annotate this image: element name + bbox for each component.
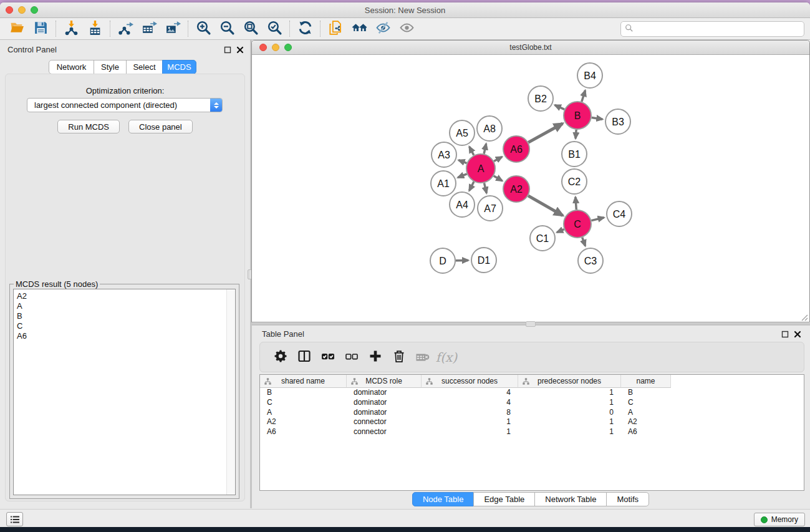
cell-MCDS-role[interactable]: connector — [347, 417, 422, 427]
cell-MCDS-role[interactable]: connector — [347, 427, 422, 437]
tab-edge-table[interactable]: Edge Table — [473, 492, 535, 506]
add-column-button[interactable] — [364, 347, 387, 368]
edge-C-C2[interactable] — [576, 197, 576, 210]
network-minimize-button[interactable] — [272, 44, 279, 51]
tab-network-table[interactable]: Network Table — [534, 492, 607, 506]
node-A1[interactable]: A1 — [431, 171, 456, 196]
cell-name[interactable]: A — [621, 408, 671, 418]
resize-corner-icon[interactable] — [801, 314, 808, 321]
edge-A-A6[interactable] — [494, 157, 502, 161]
table-row[interactable]: A6connector11A6 — [260, 427, 804, 437]
home-button[interactable] — [347, 19, 371, 38]
table-row[interactable]: A2connector11A2 — [260, 417, 804, 427]
column-header-predecessor-nodes[interactable]: predecessor nodes — [518, 375, 621, 388]
column-header-shared-name[interactable]: shared name — [260, 375, 347, 388]
zoom-out-button[interactable] — [215, 19, 239, 38]
cell-name[interactable]: A6 — [621, 427, 671, 437]
deselect-all-checkboxes-button[interactable] — [340, 347, 364, 368]
node-A7[interactable]: A7 — [478, 196, 503, 221]
memory-button[interactable]: Memory — [754, 513, 805, 526]
export-network-button[interactable] — [113, 19, 137, 38]
table-row[interactable]: Cdominator41C — [260, 398, 804, 408]
hide-panel-button[interactable] — [371, 19, 395, 38]
save-session-button[interactable] — [29, 19, 52, 38]
edge-A-A7[interactable] — [484, 183, 486, 193]
cell-successor-nodes[interactable]: 1 — [422, 427, 518, 437]
zoom-selected-button[interactable] — [263, 19, 286, 38]
column-header-MCDS-role[interactable]: MCDS role — [347, 375, 422, 388]
node-B[interactable]: B — [564, 102, 591, 129]
cell-successor-nodes[interactable]: 4 — [422, 388, 518, 398]
table-row[interactable]: Adominator80A — [260, 408, 804, 418]
node-A6[interactable]: A6 — [503, 136, 529, 162]
mcds-result-item[interactable]: A2 — [17, 291, 235, 301]
run-mcds-button[interactable]: Run MCDS — [57, 120, 120, 133]
edge-B-B1[interactable] — [576, 130, 576, 138]
cell-shared-name[interactable]: C — [260, 398, 347, 408]
zoom-window-button[interactable] — [31, 6, 38, 14]
edge-C-C1[interactable] — [557, 230, 564, 233]
cell-successor-nodes[interactable]: 8 — [422, 408, 518, 418]
zoom-fit-button[interactable] — [239, 19, 263, 38]
gear-button[interactable] — [269, 347, 292, 368]
mcds-result-item[interactable]: A6 — [17, 331, 235, 341]
cell-predecessor-nodes[interactable]: 1 — [518, 427, 621, 437]
zoom-in-button[interactable] — [191, 19, 215, 38]
cell-name[interactable]: B — [621, 388, 671, 398]
node-B3[interactable]: B3 — [605, 109, 630, 134]
open-session-button[interactable] — [5, 19, 29, 38]
tab-mcds[interactable]: MCDS — [162, 60, 196, 74]
edge-A-A2[interactable] — [494, 176, 503, 181]
panel-list-button[interactable] — [6, 512, 23, 526]
close-window-button[interactable] — [6, 6, 13, 14]
select-all-checkboxes-button[interactable] — [316, 347, 340, 368]
cell-predecessor-nodes[interactable]: 0 — [518, 408, 621, 418]
cell-shared-name[interactable]: A6 — [260, 427, 347, 437]
mcds-result-scrollbar[interactable] — [226, 289, 235, 495]
float-table-panel-icon[interactable] — [781, 329, 789, 337]
minimize-window-button[interactable] — [18, 6, 26, 14]
node-D[interactable]: D — [430, 248, 455, 273]
edge-B-B2[interactable] — [555, 105, 564, 109]
close-table-panel-icon[interactable] — [794, 329, 801, 337]
node-A2[interactable]: A2 — [503, 176, 529, 202]
mcds-result-item[interactable]: C — [17, 321, 235, 331]
delete-column-button[interactable] — [387, 347, 411, 368]
edge-C-C4[interactable] — [591, 218, 604, 221]
cell-successor-nodes[interactable]: 1 — [422, 417, 518, 427]
close-panel-button[interactable]: Close panel — [128, 120, 193, 133]
node-A8[interactable]: A8 — [477, 116, 502, 141]
node-C1[interactable]: C1 — [530, 226, 555, 251]
tab-select[interactable]: Select — [126, 60, 163, 74]
edge-A-A4[interactable] — [469, 181, 473, 190]
node-B2[interactable]: B2 — [528, 86, 553, 111]
edge-A-A1[interactable] — [458, 174, 467, 178]
cell-shared-name[interactable]: A2 — [260, 417, 347, 427]
node-A[interactable]: A — [466, 154, 495, 183]
mcds-result-item[interactable]: A — [17, 301, 235, 311]
import-network-button[interactable] — [59, 19, 83, 38]
export-image-button[interactable] — [161, 19, 185, 38]
node-A4[interactable]: A4 — [450, 192, 475, 217]
node-C[interactable]: C — [564, 210, 591, 238]
node-C4[interactable]: C4 — [607, 201, 632, 226]
cell-name[interactable]: C — [621, 398, 671, 408]
network-zoom-button[interactable] — [284, 44, 292, 51]
cell-MCDS-role[interactable]: dominator — [347, 408, 422, 418]
cell-MCDS-role[interactable]: dominator — [347, 398, 422, 408]
show-panel-button[interactable] — [395, 19, 418, 38]
table-row[interactable]: Bdominator41B — [260, 388, 804, 398]
cell-name[interactable]: A2 — [621, 417, 671, 427]
edge-C-C3[interactable] — [582, 238, 586, 246]
edge-B-B4[interactable] — [582, 90, 586, 102]
refresh-button[interactable] — [293, 19, 317, 38]
edge-A2-C[interactable] — [528, 196, 562, 216]
edge-A-A5[interactable] — [470, 147, 474, 155]
columns-button[interactable] — [292, 347, 316, 368]
edge-A6-B[interactable] — [528, 123, 562, 142]
node-A3[interactable]: A3 — [432, 142, 456, 167]
edge-B-B3[interactable] — [592, 117, 603, 119]
import-table-button[interactable] — [83, 19, 107, 38]
tab-network[interactable]: Network — [49, 60, 94, 74]
search-input[interactable] — [636, 25, 800, 34]
